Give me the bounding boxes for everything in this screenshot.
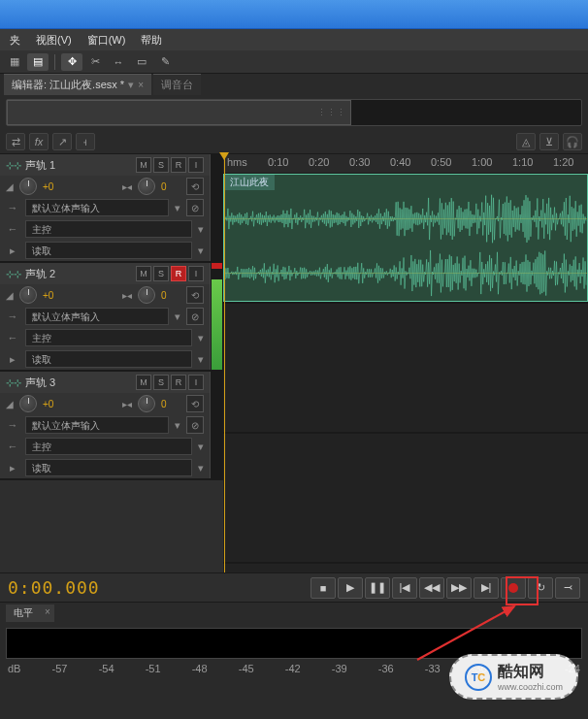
- pan-value[interactable]: 0: [161, 181, 180, 192]
- track-input-select[interactable]: 默认立体声输入: [25, 199, 169, 216]
- pan-knob[interactable]: [138, 286, 155, 304]
- pan-value[interactable]: 0: [161, 399, 180, 409]
- menu-window[interactable]: 窗口(W): [82, 31, 132, 49]
- chevron-down-icon[interactable]: ▾: [198, 353, 204, 366]
- play-button[interactable]: ▶: [338, 577, 363, 599]
- track-fx-button[interactable]: ⟲: [186, 178, 204, 195]
- track-name-label[interactable]: 声轨 2: [25, 267, 132, 281]
- input-arrow-icon[interactable]: →: [6, 310, 19, 323]
- automation-mode-select[interactable]: 读取: [25, 459, 192, 476]
- track-s-button[interactable]: S: [153, 375, 169, 390]
- volume-knob[interactable]: [19, 178, 37, 195]
- tool-razor-icon[interactable]: ✂: [84, 53, 106, 71]
- input-monitor-button[interactable]: ⊘: [186, 416, 204, 434]
- metronome-icon[interactable]: ◬: [516, 133, 536, 150]
- track-m-button[interactable]: M: [136, 375, 151, 390]
- input-monitor-button[interactable]: ⊘: [186, 199, 204, 216]
- input-arrow-icon[interactable]: →: [6, 201, 19, 214]
- chevron-down-icon[interactable]: ▾: [198, 223, 204, 236]
- pan-knob[interactable]: [138, 395, 155, 412]
- tool-multitrack-icon[interactable]: ▤: [27, 53, 49, 71]
- loop-playback-button[interactable]: ↻: [528, 577, 553, 599]
- snap-icon[interactable]: ⊻: [539, 133, 559, 150]
- chevron-down-icon[interactable]: ▾: [198, 462, 204, 474]
- input-arrow-icon[interactable]: →: [6, 418, 19, 432]
- track-name-label[interactable]: 声轨 1: [25, 158, 132, 173]
- expand-icon[interactable]: ▸: [6, 244, 19, 257]
- track-lane[interactable]: 江山此夜: [223, 174, 588, 304]
- expand-icon[interactable]: ▸: [6, 461, 19, 474]
- track-m-button[interactable]: M: [136, 266, 151, 281]
- playhead-marker-icon[interactable]: [219, 152, 229, 160]
- track-input-select[interactable]: 默认立体声输入: [25, 308, 169, 325]
- volume-value[interactable]: +0: [43, 181, 62, 192]
- track-fx-button[interactable]: ⟲: [186, 286, 204, 304]
- tool-waveform-icon[interactable]: ▦: [4, 53, 25, 71]
- scrollbar-thumb[interactable]: ⋮⋮⋮: [7, 100, 351, 125]
- fx-icon[interactable]: fx: [29, 133, 49, 150]
- track-i-button[interactable]: I: [188, 266, 204, 281]
- fast-forward-button[interactable]: ▶▶: [446, 577, 472, 599]
- playhead[interactable]: [224, 154, 225, 572]
- timecode-display[interactable]: 0:00.000: [8, 577, 100, 598]
- audio-clip[interactable]: 江山此夜: [223, 174, 588, 302]
- track-lane[interactable]: [223, 434, 588, 564]
- time-ruler[interactable]: hms0:100:200:300:400:501:001:101:20: [223, 154, 588, 174]
- chevron-down-icon[interactable]: ▾: [198, 245, 204, 257]
- record-button[interactable]: [501, 577, 526, 599]
- tool-select-icon[interactable]: ▭: [131, 53, 152, 71]
- close-icon[interactable]: ×: [138, 80, 144, 90]
- tool-slip-icon[interactable]: ↔: [108, 53, 129, 71]
- menu-help[interactable]: 帮助: [135, 31, 168, 49]
- track-lane[interactable]: [223, 304, 588, 434]
- menu-view[interactable]: 视图(V): [30, 31, 78, 49]
- track-r-button[interactable]: R: [171, 375, 186, 390]
- rewind-button[interactable]: ◀◀: [419, 577, 444, 599]
- track-s-button[interactable]: S: [153, 157, 169, 173]
- chevron-down-icon[interactable]: ▾: [198, 441, 204, 453]
- chevron-down-icon[interactable]: ▾: [175, 202, 180, 214]
- close-icon[interactable]: ×: [41, 605, 54, 622]
- volume-knob[interactable]: [19, 286, 37, 304]
- tab-dropdown-icon[interactable]: ▾: [128, 79, 134, 91]
- track-fx-button[interactable]: ⟲: [186, 395, 204, 412]
- pan-knob[interactable]: [138, 178, 155, 195]
- track-r-button[interactable]: R: [171, 157, 186, 173]
- track-output-select[interactable]: 主控: [25, 220, 192, 238]
- volume-value[interactable]: +0: [43, 290, 62, 301]
- overview-scrollbar[interactable]: ⋮⋮⋮: [6, 99, 582, 126]
- stop-button[interactable]: ■: [310, 577, 336, 599]
- monitor-icon[interactable]: 🎧: [563, 133, 582, 150]
- track-input-select[interactable]: 默认立体声输入: [25, 416, 169, 434]
- chevron-down-icon[interactable]: ▾: [175, 419, 180, 432]
- tab-editor[interactable]: 编辑器: 江山此夜.sesx * ▾ ×: [4, 74, 151, 95]
- automation-mode-select[interactable]: 读取: [25, 350, 192, 368]
- skip-selection-button[interactable]: ⤙: [555, 577, 580, 599]
- output-arrow-icon[interactable]: ←: [6, 440, 19, 453]
- levels-tab[interactable]: 电平 ×: [0, 603, 588, 624]
- volume-value[interactable]: +0: [43, 399, 62, 409]
- pan-value[interactable]: 0: [161, 290, 180, 301]
- menu-folder[interactable]: 夹: [4, 31, 26, 49]
- track-name-label[interactable]: 声轨 3: [25, 376, 132, 390]
- eq-icon[interactable]: ⫞: [76, 133, 95, 150]
- track-output-select[interactable]: 主控: [25, 438, 192, 455]
- go-start-button[interactable]: |◀: [392, 577, 417, 599]
- track-m-button[interactable]: M: [136, 157, 151, 173]
- track-r-button[interactable]: R: [171, 266, 186, 281]
- track-s-button[interactable]: S: [153, 266, 169, 281]
- chevron-down-icon[interactable]: ▾: [198, 332, 204, 344]
- automation-mode-select[interactable]: 读取: [25, 242, 192, 259]
- loop-icon[interactable]: ⇄: [6, 133, 25, 150]
- track-i-button[interactable]: I: [188, 157, 204, 173]
- track-output-select[interactable]: 主控: [25, 329, 192, 346]
- pause-button[interactable]: ❚❚: [365, 577, 390, 599]
- volume-knob[interactable]: [19, 395, 37, 412]
- tool-move-icon[interactable]: ✥: [61, 53, 82, 71]
- tool-brush-icon[interactable]: ✎: [154, 53, 176, 71]
- output-arrow-icon[interactable]: ←: [6, 331, 19, 344]
- send-icon[interactable]: ↗: [52, 133, 72, 150]
- output-arrow-icon[interactable]: ←: [6, 222, 19, 236]
- expand-icon[interactable]: ▸: [6, 352, 19, 366]
- track-i-button[interactable]: I: [188, 375, 204, 390]
